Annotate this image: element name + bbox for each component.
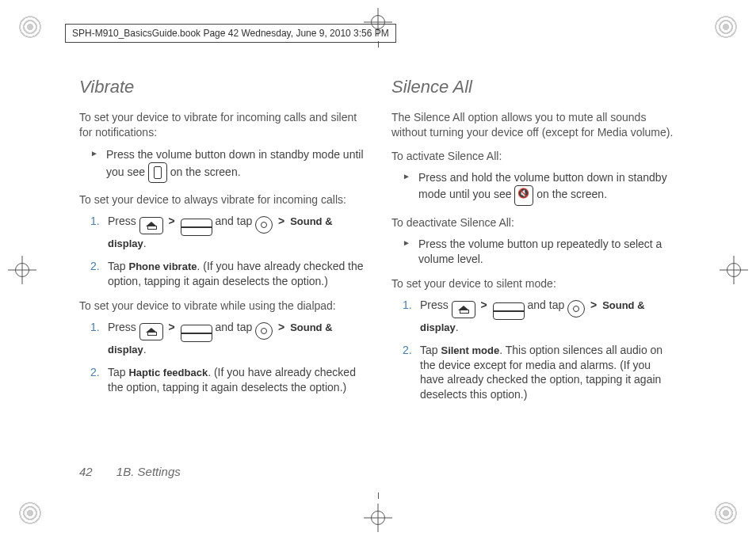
text: Tap [420,344,441,356]
text: and tap [216,215,256,227]
heading-silence-all: Silence All [391,75,677,99]
list-item: Press > and tap > Sound & display. [406,298,677,335]
list-item: Press the volume button up repeatedly to… [406,237,677,267]
document-header: SPH-M910_BasicsGuide.book Page 42 Wednes… [65,24,396,43]
menu-key-icon [181,325,212,342]
text: Tap [108,260,128,272]
silence-sub-1: To activate Silence All: [391,149,677,164]
text: . [143,237,147,249]
list-item: Tap Silent mode. This option silences al… [406,343,677,403]
home-key-icon [139,217,163,234]
option-silent-mode: Silent mode [441,344,499,356]
text: Press [108,215,139,227]
list-item: Press > and tap > Sound & display. [94,214,365,251]
registration-mark-bottom [364,504,392,532]
menu-key-icon [181,219,212,236]
vibrate-intro: To set your device to vibrate for incomi… [79,110,365,140]
text: and tap [528,299,568,311]
phone-vibrate-icon [148,162,167,183]
gt-separator: > [276,215,287,227]
settings-icon [567,300,585,318]
vibrate-sub-2: To set your device to vibrate while usin… [79,299,365,314]
gt-separator: > [479,299,490,311]
vibrate-steps-2: Press > and tap > Sound & display. Tap H… [79,320,365,395]
silence-steps: Press > and tap > Sound & display. Tap S… [391,298,677,402]
home-key-icon [139,323,163,340]
center-guide-bottom [378,492,379,499]
crop-mark-top-right [715,16,737,38]
text: on the screen. [170,165,241,178]
crop-mark-bottom-right [715,502,737,524]
text: . [456,321,459,333]
page-content: Vibrate To set your device to vibrate fo… [79,75,677,485]
text: Press [420,299,452,311]
gt-separator: > [588,299,599,311]
settings-icon [255,216,273,234]
vibrate-sub-1: To set your device to always vibrate for… [79,192,365,207]
text: and tap [216,321,256,333]
silence-bullet-1: Press and hold the volume button down in… [391,170,677,206]
page-number: 42 [79,465,93,478]
heading-vibrate: Vibrate [79,75,365,99]
list-item: Tap Phone vibrate. (If you have already … [94,259,365,289]
list-item: Press and hold the volume button down in… [406,170,677,206]
registration-mark-right [720,256,748,284]
silence-intro: The Silence All option allows you to mut… [391,110,677,140]
gt-separator: > [276,321,287,333]
silence-bullet-2: Press the volume button up repeatedly to… [391,237,677,267]
registration-mark-left [8,256,36,284]
text: . [143,343,147,356]
vibrate-bullet-list-1: Press the volume button down in standby … [79,147,365,183]
list-item: Press the volume button down in standby … [94,147,365,183]
list-item: Tap Haptic feedback. (If you have alread… [94,365,365,395]
settings-icon [255,322,273,340]
option-phone-vibrate: Phone vibrate [128,260,197,272]
crop-mark-top-left [19,16,41,38]
list-item: Press > and tap > Sound & display. [94,320,365,357]
gt-separator: > [166,321,178,333]
column-left: Vibrate To set your device to vibrate fo… [79,75,365,485]
footer-section: 1B. Settings [116,465,181,478]
text: on the screen. [536,188,607,200]
page-footer: 42 1B. Settings [79,465,181,478]
silence-sub-3: To set your device to silent mode: [391,276,677,291]
gt-separator: > [166,215,178,227]
silent-icon [514,185,533,206]
crop-mark-bottom-left [19,502,41,524]
silence-sub-2: To deactivate Silence All: [391,215,677,230]
text: Tap [108,366,128,378]
column-right: Silence All The Silence All option allow… [391,75,677,485]
home-key-icon [452,301,475,318]
option-haptic-feedback: Haptic feedback [128,367,208,378]
menu-key-icon [493,302,525,320]
text: Press [108,321,139,333]
vibrate-steps-1: Press > and tap > Sound & display. Tap P… [79,214,365,289]
